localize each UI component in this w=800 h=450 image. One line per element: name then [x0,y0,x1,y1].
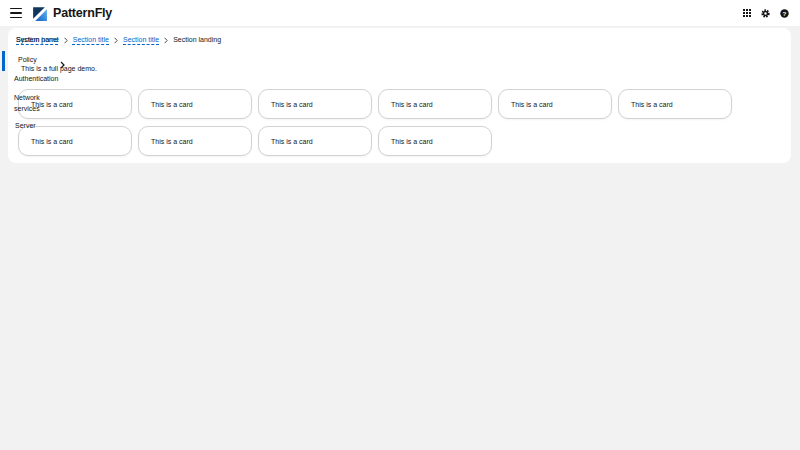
page-intro-text: This is a full page demo. [21,65,97,73]
card-title: This is a card [271,101,313,108]
sidebar-item-system-panel[interactable]: System panel [16,36,58,44]
breadcrumb-separator-icon [164,37,168,44]
page-main-section: Section home Section title Section title… [8,28,791,163]
card: This is a card [138,126,252,156]
breadcrumb-current-page: Section landing [173,36,221,44]
card: This is a card [378,126,492,156]
card: This is a card [18,126,132,156]
breadcrumb-separator-icon [114,37,118,44]
masthead-actions: ? [743,0,789,26]
settings-gear-icon[interactable] [761,9,770,18]
breadcrumb-link-section-title-2[interactable]: Section title [123,36,159,44]
card-title: This is a card [511,101,553,108]
card: This is a card [378,89,492,119]
card-title: This is a card [391,101,433,108]
breadcrumb-link-section-title-1[interactable]: Section title [73,36,109,44]
nav-toggle-hamburger-icon[interactable] [10,8,22,18]
card-title: This is a card [31,138,73,145]
card: This is a card [258,126,372,156]
card: This is a card [618,89,732,119]
sidebar-item-network-services[interactable]: Network services [14,93,50,114]
nav-current-indicator [2,51,5,71]
card: This is a card [258,89,372,119]
card-title: This is a card [271,138,313,145]
patternfly-logo-icon [31,5,48,22]
card-title: This is a card [151,101,193,108]
card-title: This is a card [631,101,673,108]
brand-logo[interactable]: PatternFly [31,4,112,22]
sidebar-item-authentication[interactable]: Authentication [14,75,58,83]
app-launcher-grid-icon[interactable] [743,9,751,17]
breadcrumb-separator-icon [64,37,68,44]
brand-name: PatternFly [53,6,112,20]
sidebar-item-server[interactable]: Server [15,122,36,130]
card: This is a card [498,89,612,119]
help-question-icon[interactable]: ? [780,9,789,18]
svg-text:?: ? [783,9,787,16]
masthead: PatternFly ? [0,0,800,26]
card-grid-row-1: This is a card This is a card This is a … [18,89,732,119]
chevron-right-icon [60,55,65,73]
card: This is a card [138,89,252,119]
sidebar-item-policy[interactable]: Policy [18,56,37,64]
card-title: This is a card [151,138,193,145]
card-title: This is a card [391,138,433,145]
card-grid-row-2: This is a card This is a card This is a … [18,126,492,156]
